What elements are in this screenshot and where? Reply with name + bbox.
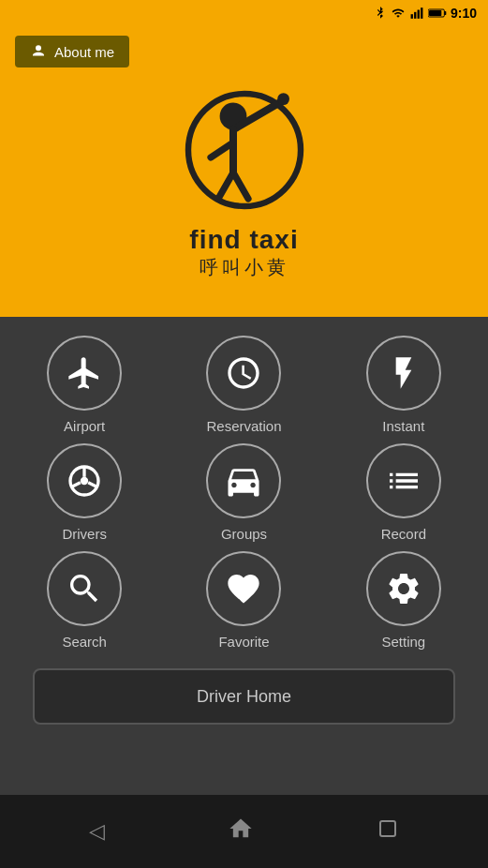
svg-rect-1 [414,12,416,19]
drivers-button[interactable] [47,443,122,518]
app-title: find taxi [189,225,298,255]
drivers-label: Drivers [62,526,107,542]
svg-point-17 [81,477,88,485]
svg-line-13 [218,172,233,199]
svg-rect-3 [421,7,422,19]
groups-item[interactable]: Groups [169,443,318,542]
about-me-label: About me [54,44,114,60]
driver-home-button[interactable]: Driver Home [33,668,455,725]
recents-button[interactable] [377,817,399,846]
setting-button[interactable] [366,551,441,626]
favorite-button[interactable] [206,551,281,626]
bolt-icon [385,354,422,392]
home-button[interactable] [228,816,254,848]
drivers-item[interactable]: Drivers [9,443,159,542]
instant-button[interactable] [366,336,441,411]
time-display: 9:10 [451,6,477,21]
search-item[interactable]: Search [9,551,159,650]
status-icons: 9:10 [374,6,477,21]
back-button[interactable]: ◁ [89,819,105,844]
header-section: About me find taxi 呼叫小黄 [0,26,488,317]
logo-area: find taxi 呼叫小黄 [170,71,319,280]
reservation-label: Reservation [206,418,281,434]
taxi-icon [223,460,264,501]
search-label: Search [62,634,107,650]
plane-icon [66,354,103,392]
favorite-item[interactable]: Favorite [169,551,318,650]
record-item[interactable]: Record [329,443,479,542]
airport-label: Airport [64,418,105,434]
app-logo [170,71,319,221]
groups-button[interactable] [206,443,281,518]
grid-row-1: Airport Reservation Instant [9,336,479,434]
svg-line-14 [233,172,248,199]
svg-rect-21 [380,821,395,836]
clock-icon [225,354,262,392]
svg-rect-5 [444,11,446,15]
app-subtitle: 呼叫小黄 [200,255,289,280]
svg-line-19 [71,483,81,487]
svg-rect-0 [411,14,413,19]
svg-rect-6 [429,10,441,16]
svg-point-7 [36,45,41,51]
grid-row-2: Drivers Groups Record [9,443,479,542]
steering-wheel-icon [66,462,103,500]
status-bar: 9:10 [0,0,488,26]
heart-icon [225,570,262,607]
reservation-button[interactable] [206,336,281,411]
airport-button[interactable] [47,336,122,411]
record-button[interactable] [366,443,441,518]
grid-row-3: Search Favorite Setting [9,551,479,650]
setting-item[interactable]: Setting [329,551,479,650]
search-button[interactable] [47,551,122,626]
setting-label: Setting [381,634,425,650]
main-section: Airport Reservation Instant [0,317,488,795]
list-icon [385,462,422,500]
instant-item[interactable]: Instant [329,336,479,434]
person-icon [30,43,47,60]
gear-icon [385,570,422,607]
svg-point-11 [277,93,289,105]
bottom-nav: ◁ [0,795,488,868]
svg-rect-2 [418,10,420,19]
search-icon [66,570,103,607]
favorite-label: Favorite [218,634,269,650]
record-label: Record [381,526,426,542]
about-me-button[interactable]: About me [15,36,129,67]
groups-label: Groups [221,526,267,542]
airport-item[interactable]: Airport [9,336,159,434]
instant-label: Instant [382,418,424,434]
svg-line-20 [88,483,97,487]
reservation-item[interactable]: Reservation [169,336,318,434]
